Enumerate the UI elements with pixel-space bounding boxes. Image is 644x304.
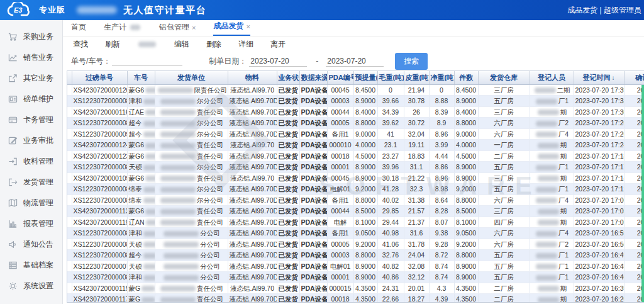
col-header-gross[interactable]: 毛重(吨) [377,71,404,84]
col-header-registrar[interactable]: 登记人员 [530,71,574,84]
col-header-confirm_time[interactable]: 确认时间 [624,71,644,84]
date-from-field[interactable]: 2023-07-20 [249,56,307,67]
table-row[interactable]: XS4230720000117蒙G责任公司液态铝.Al99.70DT已发货PDA… [67,294,644,303]
sidebar-item-approval[interactable]: 业务审批 [0,130,62,151]
cell-indicator [67,118,72,129]
sidebar-item-sales[interactable]: 销售业务 [0,47,62,68]
cell-material: 液态铝.Al99.70DT [228,272,277,283]
col-header-bill_no[interactable]: 过磅单号 [72,71,127,84]
table-row[interactable]: XS4230720000120蒙G6限责任公司液态铝.Al99.70已发货PDA… [67,84,644,96]
table-row[interactable]: XS4230720000119辽AN责任公司液态铝.Al99.70DT已发货PD… [67,217,644,228]
cell-registrar: 期 [530,283,574,294]
table-row[interactable]: XS12230720000085超今分公司液态铝.Al99.70DT已发货PDA… [67,250,644,261]
cell-material: 液态铝.Al99.70DT [228,206,277,217]
sort-desc-icon: ↓ [612,74,615,81]
col-header-vehicle[interactable]: 车号 [127,71,155,84]
table-row[interactable]: XS4230720000115蒙G责任公司液态铝.Al99.70已发货PDA设备… [67,283,644,294]
find-button[interactable]: 查找 [73,39,88,50]
cell-net: 3.99 [429,140,454,151]
cell-planned: 4.3500 [353,294,377,303]
col-header-material[interactable]: 物料 [228,71,277,84]
refresh-button[interactable]: 刷新 [105,39,120,50]
cell-source: PDA设备 [299,128,327,140]
cell-gross: 39.96 [377,162,404,173]
close-icon[interactable]: × [192,24,196,31]
leave-button[interactable]: 离开 [270,39,286,50]
detail-button[interactable]: 详细 [238,39,253,50]
sidebar-item-card[interactable]: 卡务管理 [0,110,62,130]
col-header-planned[interactable]: 预提量(吨) [353,71,377,84]
edit-button[interactable]: 编辑 [174,39,189,50]
blurred-text [538,297,559,303]
cell-net: 8.74 [429,261,454,272]
sidebar-item-settings[interactable]: 系统设置 [0,276,62,296]
sidebar-item-purchase[interactable]: 采购业务 [0,26,62,47]
delete-button[interactable]: 删除 [206,39,221,50]
table-row[interactable]: XS12230720000090超今尔分公司液态铝.Al99.70DT已发货PD… [67,128,644,140]
col-header-source[interactable]: 数据来源 [299,71,327,84]
sidebar-item-base-files[interactable]: 基础档案 [0,255,62,276]
col-header-net[interactable]: 净重(吨) [429,71,454,84]
table-row[interactable]: XS4230720000116辽AE责任公司液态铝.Al99.70DT已发货PD… [67,106,644,118]
sidebar-item-other[interactable]: 其它业务 [0,68,62,89]
table-row[interactable]: XS12230720000079天硕分公司液态铝.Al99.70DT已发货PDA… [67,261,644,272]
blurred-text [142,297,155,303]
table-row[interactable]: XS12230720000084津和分公司液态铝.Al99.70DT已发货PDA… [67,272,644,283]
table-row[interactable]: XS12230720000088超今尔分公司液态铝.Al99.70DT已发货PD… [67,118,644,129]
col-header-company[interactable]: 发货单位 [155,71,228,84]
blurred-toolbar-button[interactable] [137,42,157,47]
sidebar-item-notices[interactable]: 通知公告 [0,234,62,255]
col-header-tare[interactable]: 皮重(吨) [404,71,429,84]
sidebar-item-reports[interactable]: 报表管理 [0,213,62,234]
tab-aluminum-package[interactable]: 铝包管理× [159,22,196,36]
bill-vehicle-input[interactable] [112,56,182,66]
col-header-pieces[interactable]: 件数 [454,71,478,84]
tab-production-plan[interactable]: 生产计 [104,22,142,36]
cell-reg_time: 2023-07-20 17:14 [574,172,624,184]
sidebar-item-logistics[interactable]: 物流管理 [0,193,62,213]
table-row[interactable]: XS4230720000113蒙G6责任公司液态铝.Al99.70DT已发货PD… [67,206,644,217]
table-row[interactable]: XS12230720000087津和分公司液态铝.Al99.70DT已发货PDA… [67,228,644,239]
cell-material: 液态铝.Al99.70DT [228,128,277,140]
sidebar-item-shipping[interactable]: 发货管理 [0,172,62,193]
tab-finished-goods-shipping[interactable]: 成品发货× [213,21,250,36]
col-header-pda[interactable]: PDA编号 [327,71,353,84]
cell-company: 分公司 [155,261,228,272]
cell-gross: 0 [377,84,404,96]
col-header-indicator[interactable] [67,71,72,84]
cell-pda: 00005 [327,239,353,250]
cell-pieces: 4.3500 [454,283,478,294]
cell-material: 液态铝.Al99.70DT [228,239,277,250]
col-header-reg_time[interactable]: 登记时间↓ [574,71,624,84]
user-info[interactable]: 成品发货 | 超级管理员 [567,5,644,16]
cell-source: PDA设备 [299,206,327,217]
cell-vehicle: 蒙G6 [127,206,155,217]
cell-pda: 00045 [327,84,353,96]
vertical-scrollbar[interactable] [641,85,644,302]
table-row[interactable]: XS4230720000124蒙G6责任公司液态铝.Al99.70已发货PDA设… [67,140,644,151]
table-row[interactable]: XS4230720000109蒙G6责任公司液态铝.Al99.70已发货PDA设… [67,172,644,184]
search-button[interactable]: 搜索 [395,53,428,70]
blurred-text [143,198,155,203]
close-icon[interactable]: × [246,23,250,30]
col-header-status[interactable]: 业务状态 [277,71,299,84]
sidebar-item-weigh-slip[interactable]: 磅单维护 [0,89,62,110]
table-row[interactable]: XS12230720000080天硕尔分公司液态铝.Al99.70DT已发货PD… [67,162,644,173]
sidebar-item-receiving[interactable]: 收料管理 [0,151,62,172]
cell-registrar: 期 [530,206,574,217]
table-row[interactable]: XS12230720000083天硕分公司液态铝.Al99.70DT已发货PDA… [67,239,644,250]
scrollbar-thumb[interactable] [641,85,644,302]
cell-reg_time: 2023-07-20 16:48 [574,261,624,272]
cell-warehouse: 五厂房 [478,162,530,173]
date-to-field[interactable]: 2023-07-20 [326,56,384,67]
table-row[interactable]: XS12230720000089津和尔分公司液态铝.Al99.70DT已发货PD… [67,96,644,107]
table-row[interactable]: XS12230720000086绵泰尔分公司液态铝.Al99.70DT已发货PD… [67,184,644,195]
table-row[interactable]: XS4230720000123蒙G6责任公司液态铝.Al99.70DT已发货PD… [67,150,644,162]
col-header-warehouse[interactable]: 发货仓库 [478,71,530,84]
cloud-e3-logo-icon: E3 [5,2,34,18]
table-row[interactable]: XS12230720000082绵泰尔分公司液态铝.Al99.70DT已发货PD… [67,194,644,206]
filter-bar: 单号/车号： 制单日期： 2023-07-20 - 2023-07-20 搜索 [63,52,644,70]
tab-home[interactable]: 首页 [71,22,86,36]
cell-vehicle: 津和 [127,272,155,283]
blurred-text [164,253,199,259]
